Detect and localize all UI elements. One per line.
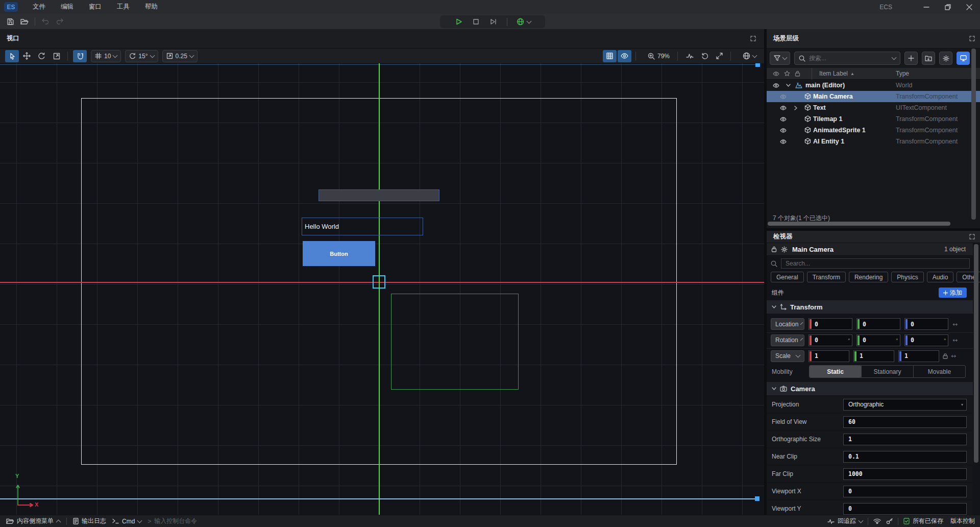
- tree-row-world[interactable]: main (Editor) World: [767, 80, 980, 91]
- tree-row-main-camera[interactable]: Main Camera TransformComponent: [767, 91, 980, 102]
- viewport-expand-icon[interactable]: [750, 36, 756, 41]
- hierarchy-expand-icon[interactable]: [969, 36, 975, 41]
- guide-handle-bottom[interactable]: [755, 496, 760, 501]
- eye-icon[interactable]: [780, 106, 787, 110]
- show-grid-button[interactable]: [603, 50, 617, 62]
- menu-window[interactable]: 窗口: [81, 0, 109, 14]
- fullscreen-button[interactable]: [713, 50, 726, 62]
- scale-snap-dropdown[interactable]: 0.25: [162, 50, 198, 62]
- chevron-down-icon[interactable]: [786, 84, 791, 87]
- eye-icon[interactable]: [773, 83, 779, 88]
- transform-section-header[interactable]: Transform: [767, 300, 973, 314]
- tree-row-text[interactable]: Text UITextComponent: [767, 102, 980, 113]
- column-item-label[interactable]: Item Label: [819, 70, 848, 77]
- undo-button[interactable]: [38, 15, 53, 28]
- eye-icon[interactable]: [780, 94, 787, 99]
- camera-selection-gizmo[interactable]: [373, 275, 385, 289]
- inspector-expand-icon[interactable]: [969, 234, 975, 239]
- maximize-button[interactable]: [937, 0, 959, 14]
- hierarchy-vertical-scrollbar[interactable]: [971, 49, 976, 220]
- inspector-search-input[interactable]: Search...: [781, 258, 970, 269]
- lock-icon[interactable]: [771, 246, 777, 252]
- ui-panel-object[interactable]: [318, 189, 439, 201]
- location-z-field[interactable]: 0: [904, 318, 948, 330]
- tree-row-ai-entity[interactable]: AI Entity 1 TransformComponent: [767, 136, 980, 147]
- eye-icon[interactable]: [780, 117, 787, 122]
- scale-y-field[interactable]: 1: [853, 350, 894, 362]
- rect-tool-button[interactable]: [50, 50, 63, 62]
- location-x-field[interactable]: 0: [808, 318, 852, 330]
- output-log-button[interactable]: 输出日志: [73, 517, 106, 525]
- runtime-view-toggle[interactable]: [957, 52, 970, 65]
- cmd-dropdown[interactable]: Cmd: [112, 518, 141, 525]
- step-button[interactable]: [486, 16, 501, 28]
- tab-rendering[interactable]: Rendering: [849, 272, 888, 282]
- content-drawer-button[interactable]: 内容侧滑菜单: [6, 517, 60, 525]
- version-control-button[interactable]: 版本控制: [950, 517, 975, 525]
- hierarchy-horizontal-scrollbar[interactable]: [768, 222, 950, 226]
- snap-toggle-button[interactable]: [73, 50, 87, 62]
- es-logo[interactable]: ES: [4, 2, 18, 12]
- location-dropdown[interactable]: Location: [771, 318, 804, 330]
- projection-dropdown[interactable]: Orthographic▾: [843, 399, 967, 411]
- redo-button[interactable]: [53, 15, 67, 28]
- add-entity-button[interactable]: [904, 52, 918, 65]
- field-of-view-input[interactable]: 60: [843, 416, 967, 428]
- far-clip-input[interactable]: 1000: [843, 468, 967, 480]
- scale-x-field[interactable]: 1: [808, 350, 849, 362]
- mobility-static[interactable]: Static: [810, 366, 861, 377]
- close-button[interactable]: [959, 0, 980, 14]
- eye-icon[interactable]: [780, 128, 787, 133]
- link-axes-icon[interactable]: ↔: [952, 337, 958, 344]
- new-folder-button[interactable]: [922, 52, 935, 65]
- menu-help[interactable]: 帮助: [137, 0, 165, 14]
- rotation-z-field[interactable]: 0°: [904, 334, 948, 346]
- tilemap-bounds-rect[interactable]: [391, 294, 519, 390]
- stats-button[interactable]: [683, 50, 697, 62]
- location-y-field[interactable]: 0: [856, 318, 900, 330]
- scale-lock-icon[interactable]: [943, 353, 948, 359]
- tree-row-animatedsprite[interactable]: AnimatedSprite 1 TransformComponent: [767, 125, 980, 136]
- link-axes-icon[interactable]: ↔: [951, 352, 956, 360]
- camera-section-header[interactable]: Camera: [767, 382, 973, 395]
- mobility-stationary[interactable]: Stationary: [861, 366, 913, 377]
- menu-edit[interactable]: 编辑: [53, 0, 81, 14]
- tab-physics[interactable]: Physics: [891, 272, 923, 282]
- tab-general[interactable]: General: [771, 272, 804, 282]
- scene-canvas[interactable]: Hello World Button Y X: [0, 63, 764, 515]
- move-tool-button[interactable]: [20, 50, 34, 62]
- console-command-input[interactable]: > 输入控制台命令: [148, 517, 197, 525]
- open-button[interactable]: [17, 15, 32, 28]
- column-type[interactable]: Type: [896, 70, 909, 77]
- rotate-tool-button[interactable]: [35, 50, 48, 62]
- near-clip-input[interactable]: 0.1: [843, 451, 967, 463]
- add-component-button[interactable]: 添加: [939, 288, 967, 298]
- inspector-vertical-scrollbar[interactable]: [974, 244, 978, 463]
- hierarchy-settings-button[interactable]: [939, 52, 952, 65]
- chevron-right-icon[interactable]: [794, 106, 797, 110]
- minimize-button[interactable]: [916, 0, 937, 14]
- scale-dropdown[interactable]: Scale: [771, 350, 804, 362]
- link-axes-icon[interactable]: ↔: [952, 321, 958, 328]
- viewport-x-input[interactable]: 0: [843, 486, 967, 497]
- visibility-button[interactable]: [618, 50, 631, 62]
- tree-row-tilemap[interactable]: Tilemap 1 TransformComponent: [767, 113, 980, 125]
- ui-button-object[interactable]: Button: [303, 241, 375, 266]
- tab-transform[interactable]: Transform: [807, 272, 846, 282]
- viewport-y-input[interactable]: 0: [843, 503, 967, 515]
- play-button[interactable]: [452, 16, 466, 28]
- menu-file[interactable]: 文件: [25, 0, 53, 14]
- rotate-snap-dropdown[interactable]: 15°: [125, 50, 158, 62]
- rotation-dropdown[interactable]: Rotation: [771, 334, 804, 346]
- guide-handle-top[interactable]: [755, 63, 760, 67]
- eye-icon[interactable]: [780, 139, 787, 144]
- menu-tools[interactable]: 工具: [109, 0, 137, 14]
- filter-dropdown-button[interactable]: [770, 52, 790, 65]
- select-tool-button[interactable]: [5, 50, 19, 62]
- reset-view-button[interactable]: [698, 50, 712, 62]
- save-status[interactable]: 所有已保存: [903, 517, 943, 525]
- save-button[interactable]: [3, 15, 17, 28]
- backtrace-dropdown[interactable]: 回追踪: [827, 517, 863, 525]
- scale-z-field[interactable]: 1: [898, 350, 939, 362]
- grid-snap-dropdown[interactable]: 10: [91, 50, 121, 62]
